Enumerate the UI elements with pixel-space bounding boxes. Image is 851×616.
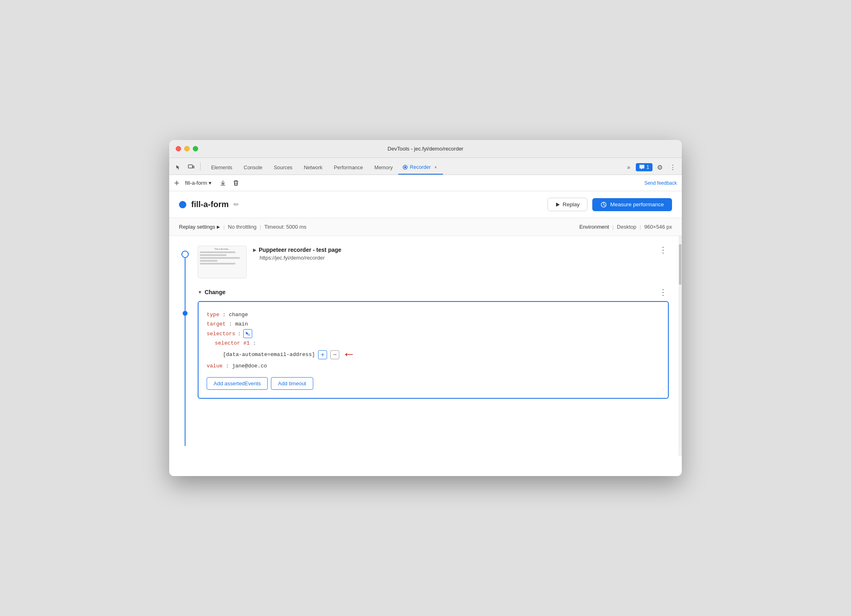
chat-icon (639, 164, 645, 170)
timeline-circle-1 (181, 251, 189, 258)
device-mode-icon[interactable] (185, 162, 197, 173)
step-expand-arrow: ▶ (253, 247, 256, 253)
code-line-selectors: selectors : (207, 329, 660, 339)
tab-elements[interactable]: Elements (205, 162, 238, 175)
remove-selector-btn[interactable]: − (330, 350, 339, 359)
tab-network[interactable]: Network (298, 162, 328, 175)
selector-num-key: selector #1 (215, 340, 250, 346)
traffic-lights (176, 146, 198, 151)
add-selector-btn[interactable]: + (318, 350, 327, 359)
send-feedback-link[interactable]: Send feedback (644, 180, 677, 186)
separator (200, 162, 201, 170)
more-options-btn[interactable]: ⋮ (667, 162, 679, 173)
scrollbar-track[interactable] (679, 236, 682, 456)
maximize-button[interactable] (193, 146, 198, 151)
step-thumbnail: This is the best... (198, 246, 247, 278)
code-block: type : change target : main selector (198, 301, 669, 399)
step-navigate: This is the best... ▶ Puppeteer recorder… (198, 246, 669, 278)
recording-status-dot (179, 201, 186, 208)
settings-arrow: ▶ (217, 225, 220, 229)
thumb-title: This is the best... (200, 248, 244, 250)
chat-badge[interactable]: 1 (636, 163, 652, 171)
recording-actions: Replay Measure performance (548, 198, 672, 211)
env-label: Environment (579, 224, 609, 230)
thumb-line-1 (200, 251, 236, 253)
toolbar-actions (217, 177, 242, 189)
minimize-button[interactable] (184, 146, 190, 151)
replay-settings-right: Environment | Desktop | 960×546 px (579, 224, 672, 230)
tabs-right: » 1 ⚙ ⋮ (623, 162, 679, 175)
add-recording-btn[interactable]: + (174, 179, 179, 188)
measure-performance-btn[interactable]: Measure performance (592, 198, 672, 211)
devtools-left-icons (172, 162, 202, 175)
replay-btn[interactable]: Replay (548, 198, 587, 211)
recording-title-area: fill-a-form ✏ (179, 200, 239, 209)
chat-count: 1 (646, 164, 649, 170)
settings-sep4: | (639, 224, 641, 230)
edit-title-icon[interactable]: ✏ (233, 201, 239, 208)
export-icon (220, 180, 226, 186)
main-content: fill-a-form ✏ Replay Measure performance (169, 191, 682, 476)
thumbnail-content: This is the best... (198, 246, 246, 278)
code-line-selector-value: [data-automate=email-address] + − ← (207, 348, 660, 361)
tab-performance[interactable]: Performance (328, 162, 369, 175)
type-value: change (229, 312, 248, 318)
title-bar: DevTools - jec.fyi/demo/recorder (169, 140, 682, 158)
code-line-type: type : change (207, 310, 660, 319)
timeline (179, 251, 191, 446)
target-key: target (207, 321, 226, 327)
code-line-selector-num: selector #1 : (207, 339, 660, 348)
steps-content: This is the best... ▶ Puppeteer recorder… (198, 246, 682, 446)
more-tabs-btn[interactable]: » (623, 162, 634, 173)
step-navigate-header[interactable]: ▶ Puppeteer recorder - test page ⋮ (253, 246, 669, 254)
add-asserted-events-btn[interactable]: Add assertedEvents (207, 377, 268, 390)
env-size: 960×546 px (644, 224, 672, 230)
recording-header: fill-a-form ✏ Replay Measure performance (169, 191, 682, 218)
tab-recorder[interactable]: Recorder × (398, 161, 443, 175)
devtools-tabs-bar: Elements Console Sources Network Perform… (169, 158, 682, 175)
replay-settings-label[interactable]: Replay settings ▶ (179, 224, 220, 230)
recorder-close-icon[interactable]: × (432, 164, 439, 170)
step-navigate-more[interactable]: ⋮ (657, 246, 669, 254)
replay-settings-bar: Replay settings ▶ | No throttling | Time… (169, 218, 682, 236)
scrollbar-thumb[interactable] (679, 244, 681, 285)
tab-memory[interactable]: Memory (369, 162, 398, 175)
red-arrow-icon: ← (345, 348, 353, 361)
selector-value: [data-automate=email-address] (223, 350, 315, 359)
window-title: DevTools - jec.fyi/demo/recorder (388, 146, 463, 152)
add-timeout-btn[interactable]: Add timeout (271, 377, 313, 390)
export-btn[interactable] (217, 177, 229, 189)
delete-icon (233, 180, 239, 186)
step-change-arrow: ▼ (198, 290, 202, 295)
cursor-icon[interactable] (172, 162, 184, 173)
replay-btn-label: Replay (563, 201, 580, 208)
svg-rect-5 (249, 334, 250, 336)
close-button[interactable] (176, 146, 181, 151)
value-val: jane@doe.co (232, 363, 267, 369)
step-change: ▼ Change ⋮ type : change (198, 288, 669, 399)
current-recording-name: fill-a-form (185, 180, 207, 186)
measure-btn-label: Measure performance (610, 201, 664, 208)
recording-selector[interactable]: fill-a-form ▾ (183, 178, 214, 188)
step-navigate-url: https://jec.fyi/demo/recorder (253, 255, 669, 261)
play-icon (555, 202, 560, 207)
recorder-icon (402, 164, 408, 170)
env-type: Desktop (617, 224, 637, 230)
code-line-target: target : main (207, 319, 660, 329)
timeline-dot (183, 311, 188, 316)
thumb-line-4 (200, 260, 218, 262)
steps-area: This is the best... ▶ Puppeteer recorder… (169, 236, 682, 456)
timeline-line-2 (185, 316, 185, 446)
settings-btn[interactable]: ⚙ (654, 162, 666, 173)
tab-sources[interactable]: Sources (268, 162, 298, 175)
step-change-title: Change (205, 289, 225, 295)
selector-picker-icon[interactable] (243, 329, 252, 338)
thumb-line-2 (200, 254, 227, 256)
target-value: main (235, 321, 248, 327)
tab-console[interactable]: Console (238, 162, 268, 175)
delete-btn[interactable] (230, 177, 242, 189)
toolbar: + fill-a-form ▾ Send feedback (169, 175, 682, 191)
step-change-more[interactable]: ⋮ (657, 288, 669, 296)
step-navigate-info: ▶ Puppeteer recorder - test page ⋮ https… (253, 246, 669, 261)
step-change-header[interactable]: ▼ Change ⋮ (198, 288, 669, 296)
